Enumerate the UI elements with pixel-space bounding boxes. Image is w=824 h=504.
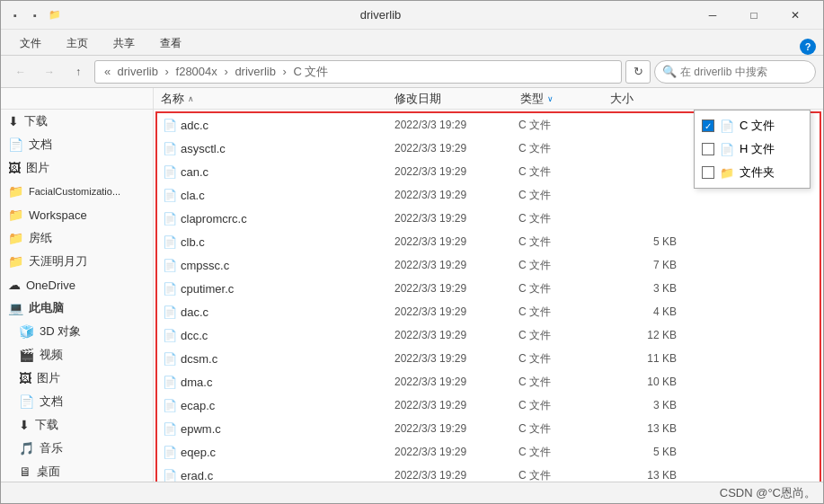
sidebar-header-spacer [1,88,154,109]
close-button[interactable]: ✕ [775,1,816,30]
sidebar-item-doc2[interactable]: 📄 文档 [1,390,153,413]
sidebar-item-downloads[interactable]: ⬇ 下载 [1,110,153,133]
tab-home[interactable]: 主页 [55,31,100,55]
sidebar-item-fangzhi[interactable]: 📁 房纸 [1,226,153,250]
forward-button[interactable]: → [37,59,62,84]
fangzhi-icon: 📁 [8,231,23,245]
sidebar-item-3d[interactable]: 🧊 3D 对象 [1,320,153,343]
sidebar-item-desktop[interactable]: 🖥 桌面 [1,460,153,482]
folder-filter-icon: 📁 [720,166,734,180]
sidebar-item-dl2[interactable]: ⬇ 下载 [1,413,153,437]
doc2-icon: 📄 [19,394,34,409]
status-text: CSDN @°C恩尚。 [720,485,816,501]
file-item-dcsm[interactable]: 📄dcsm.c 2022/3/3 19:29 C 文件 11 KB [157,347,820,370]
tianya-icon: 📁 [8,254,23,269]
file-list-area: 📄adc.c 2022/3/3 19:29 C 文件 📄asysctl.c 20… [154,110,823,482]
ribbon-tabs: 文件 主页 共享 查看 ? [1,30,823,55]
c-file-icon: 📄 [163,469,177,482]
dl2-icon: ⬇ [19,418,30,432]
c-filter-icon: 📄 [720,119,734,133]
file-item-dcc[interactable]: 📄dcc.c 2022/3/3 19:29 C 文件 12 KB [157,323,820,347]
sidebar-item-pictures[interactable]: 🖼 图片 [1,156,153,180]
title-bar-icons: ▪ ▪ 📁 [8,8,62,22]
c-file-icon: 📄 [163,235,177,249]
c-file-icon: 📄 [163,352,177,366]
address-bar: ← → ↑ « driverlib › f28004x › driverlib … [1,56,823,88]
help-icon[interactable]: ? [800,39,816,55]
music-icon: 🎵 [19,441,34,455]
back-button[interactable]: ← [8,59,33,84]
c-file-icon: 📄 [163,305,177,319]
h-filter-icon: 📄 [720,143,734,156]
tab-view[interactable]: 查看 [148,31,193,55]
c-file-icon: 📄 [163,259,177,272]
c-file-icon: 📄 [163,399,177,412]
onedrive-icon: ☁ [8,278,21,292]
filter-item-folder[interactable]: 📁 文件夹 [695,161,810,184]
name-sort-icon: ∧ [188,94,194,103]
up-button[interactable]: ↑ [66,59,91,84]
sidebar-item-video[interactable]: 🎬 视频 [1,343,153,367]
sidebar-item-onedrive[interactable]: ☁ OneDrive [1,273,153,296]
sidebar-item-music[interactable]: 🎵 音乐 [1,437,153,460]
col-header-name[interactable]: 名称 ∧ [157,88,391,110]
file-item-dma[interactable]: 📄dma.c 2022/3/3 19:29 C 文件 10 KB [157,370,820,393]
path-text: « driverlib [104,65,162,78]
c-file-icon: 📄 [163,165,177,179]
file-item-cputimer[interactable]: 📄cputimer.c 2022/3/3 19:29 C 文件 3 KB [157,277,820,300]
title-icon-2[interactable]: ▪ [28,8,42,22]
address-path[interactable]: « driverlib › f28004x › driverlib › C 文件 [94,60,622,84]
file-item-ecap[interactable]: 📄ecap.c 2022/3/3 19:29 C 文件 3 KB [157,393,820,417]
minimize-button[interactable]: ─ [692,1,733,30]
window-frame: ▪ ▪ 📁 driverlib ─ □ ✕ 文件 主页 共享 查看 ? ← → … [0,0,824,504]
title-icon-1[interactable]: ▪ [8,8,22,22]
c-file-icon: 📄 [163,329,177,342]
file-item-clb[interactable]: 📄clb.c 2022/3/3 19:29 C 文件 5 KB [157,230,820,253]
window-title: driverlib [69,8,692,22]
filter-checkbox-c[interactable]: ✓ [702,119,714,132]
file-item-dac[interactable]: 📄dac.c 2022/3/3 19:29 C 文件 4 KB [157,300,820,323]
sidebar-item-documents[interactable]: 📄 文档 [1,133,153,156]
c-file-icon: 📄 [163,212,177,225]
desktop-icon: 🖥 [19,464,31,479]
facial-icon: 📁 [8,184,23,199]
col-header-modified[interactable]: 修改日期 [391,88,517,110]
workspace-icon: 📁 [8,208,23,222]
filter-checkbox-folder[interactable] [702,166,714,179]
filter-item-h[interactable]: 📄 H 文件 [695,137,810,161]
filter-checkbox-h[interactable] [702,143,714,155]
file-item-cmpssc[interactable]: 📄cmpssc.c 2022/3/3 19:29 C 文件 7 KB [157,253,820,277]
file-column-headers: 名称 ∧ 修改日期 类型 ∨ 大小 [154,88,823,109]
sidebar-item-facial[interactable]: 📁 FacialCustomizatio... [1,180,153,203]
tab-share[interactable]: 共享 [102,31,146,55]
file-item-erad[interactable]: 📄erad.c 2022/3/3 19:29 C 文件 13 KB [157,464,820,482]
sidebar-item-tianya[interactable]: 📁 天涯明月刀 [1,250,153,273]
filter-item-c[interactable]: ✓ 📄 C 文件 [695,114,810,137]
filter-dropdown: ✓ 📄 C 文件 📄 H 文件 📁 文件夹 [694,110,811,189]
file-item-epwm[interactable]: 📄epwm.c 2022/3/3 19:29 C 文件 13 KB [157,417,820,440]
file-item-eqep[interactable]: 📄eqep.c 2022/3/3 19:29 C 文件 5 KB [157,440,820,464]
video-icon: 🎬 [19,348,34,362]
pic2-icon: 🖼 [19,371,31,385]
title-icon-3[interactable]: 📁 [48,8,62,22]
sidebar-item-pic2[interactable]: 🖼 图片 [1,367,153,390]
documents-icon: 📄 [8,137,23,152]
pictures-icon: 🖼 [8,161,21,175]
search-box[interactable]: 🔍 [654,60,816,84]
sidebar-item-thispc[interactable]: 💻 此电脑 [1,296,153,320]
column-headers: 名称 ∧ 修改日期 类型 ∨ 大小 [1,88,823,110]
search-input[interactable] [680,66,808,78]
refresh-button[interactable]: ↻ [625,60,651,84]
c-file-icon: 📄 [163,282,177,296]
tab-file[interactable]: 文件 [8,31,53,55]
3d-icon: 🧊 [19,324,34,339]
type-sort-icon: ∨ [547,94,554,103]
window-controls: ─ □ ✕ [692,1,816,30]
sidebar-item-workspace[interactable]: 📁 Workspace [1,203,153,226]
col-header-size[interactable]: 大小 [607,88,678,110]
status-bar: CSDN @°C恩尚。 [1,482,823,503]
maximize-button[interactable]: □ [733,1,775,30]
file-item-clapromcrc[interactable]: 📄clapromcrc.c 2022/3/3 19:29 C 文件 [157,207,820,230]
col-header-type[interactable]: 类型 ∨ [517,88,607,110]
c-file-icon: 📄 [163,189,177,202]
